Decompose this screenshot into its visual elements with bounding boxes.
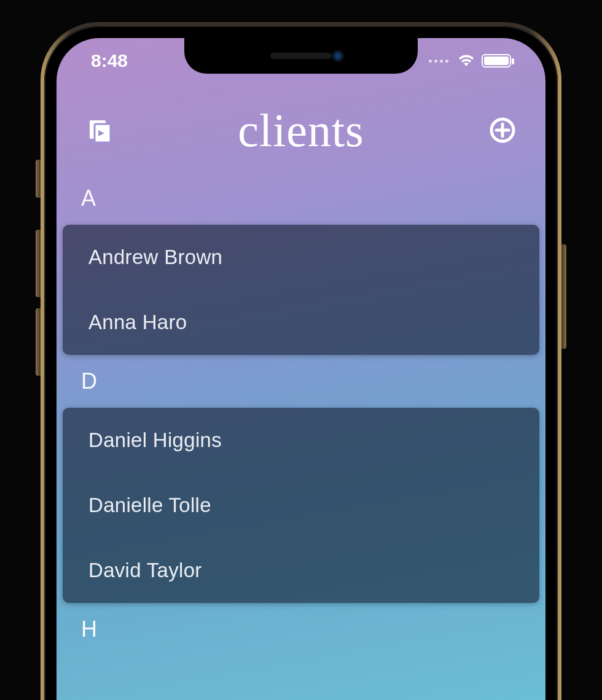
section-header: H [59,603,543,656]
battery-icon [482,54,511,68]
clients-list[interactable]: A Andrew Brown Anna Haro D Daniel Higgin… [57,172,545,700]
section-header: D [59,355,543,408]
list-item[interactable]: David Taylor [63,538,539,603]
status-bar: 8:48 [57,38,545,84]
phone-frame: 8:48 [41,22,561,700]
status-time: 8:48 [91,50,128,71]
section-card: Daniel Higgins Danielle Tolle David Tayl… [63,408,539,603]
section-header: A [59,172,543,225]
list-item[interactable]: Andrew Brown [63,225,539,290]
page-title: clients [238,104,364,157]
add-button[interactable] [487,114,518,146]
list-item[interactable]: Anna Haro [63,290,539,355]
list-item[interactable]: Danielle Tolle [63,473,539,538]
list-item[interactable]: Daniel Higgins [63,408,539,473]
wifi-icon [457,50,475,71]
cards-icon[interactable] [84,114,115,146]
nav-bar: clients [57,99,545,161]
phone-screen: 8:48 [57,38,545,700]
cellular-icon [429,60,448,63]
section-card: Andrew Brown Anna Haro [63,225,539,355]
